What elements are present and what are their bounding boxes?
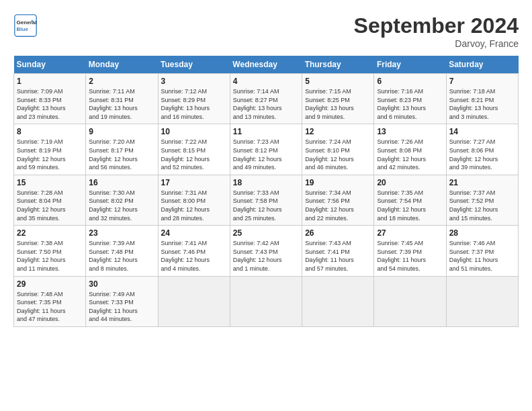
day-cell-18: 18 Sunrise: 7:33 AMSunset: 7:58 PMDaylig…	[230, 175, 302, 225]
day-cell-21: 21 Sunrise: 7:37 AMSunset: 7:52 PMDaylig…	[446, 175, 518, 225]
logo: General Blue	[13, 13, 38, 38]
day-cell-10: 10 Sunrise: 7:22 AMSunset: 8:15 PMDaylig…	[158, 124, 230, 175]
page-header: General Blue September 2024 Darvoy, Fran…	[13, 13, 519, 49]
header-friday: Friday	[374, 56, 446, 74]
calendar-row-4: 22 Sunrise: 7:38 AMSunset: 7:50 PMDaylig…	[14, 226, 519, 276]
day-cell-25: 25 Sunrise: 7:42 AMSunset: 7:43 PMDaylig…	[230, 226, 302, 276]
day-cell-28: 28 Sunrise: 7:46 AMSunset: 7:37 PMDaylig…	[446, 226, 518, 276]
calendar-row-1: 1 Sunrise: 7:09 AMSunset: 8:33 PMDayligh…	[14, 74, 519, 124]
day-cell-17: 17 Sunrise: 7:31 AMSunset: 8:00 PMDaylig…	[158, 175, 230, 225]
day-cell-19: 19 Sunrise: 7:34 AMSunset: 7:56 PMDaylig…	[302, 175, 374, 225]
header-thursday: Thursday	[302, 56, 374, 74]
day-cell-11: 11 Sunrise: 7:23 AMSunset: 8:12 PMDaylig…	[230, 124, 302, 175]
day-cell-16: 16 Sunrise: 7:30 AMSunset: 8:02 PMDaylig…	[86, 175, 158, 225]
day-cell-8: 8 Sunrise: 7:19 AMSunset: 8:19 PMDayligh…	[14, 124, 86, 175]
logo-icon: General Blue	[13, 13, 38, 38]
calendar-row-3: 15 Sunrise: 7:28 AMSunset: 8:04 PMDaylig…	[14, 175, 519, 225]
day-cell-24: 24 Sunrise: 7:41 AMSunset: 7:46 PMDaylig…	[158, 226, 230, 276]
header-wednesday: Wednesday	[230, 56, 302, 74]
header-monday: Monday	[86, 56, 158, 74]
header-tuesday: Tuesday	[158, 56, 230, 74]
svg-text:General: General	[17, 19, 37, 26]
day-cell-23: 23 Sunrise: 7:39 AMSunset: 7:48 PMDaylig…	[86, 226, 158, 276]
day-cell-6: 6 Sunrise: 7:16 AMSunset: 8:23 PMDayligh…	[374, 74, 446, 124]
day-cell-5: 5 Sunrise: 7:15 AMSunset: 8:25 PMDayligh…	[302, 74, 374, 124]
weekday-header-row: Sunday Monday Tuesday Wednesday Thursday…	[14, 56, 519, 74]
day-cell-29: 29 Sunrise: 7:48 AMSunset: 7:35 PMDaylig…	[14, 276, 86, 326]
title-block: September 2024 Darvoy, France	[354, 13, 519, 49]
empty-cell-4	[374, 276, 446, 326]
calendar-table: Sunday Monday Tuesday Wednesday Thursday…	[13, 56, 519, 327]
day-cell-2: 2 Sunrise: 7:11 AMSunset: 8:31 PMDayligh…	[86, 74, 158, 124]
day-cell-4: 4 Sunrise: 7:14 AMSunset: 8:27 PMDayligh…	[230, 74, 302, 124]
calendar-row-2: 8 Sunrise: 7:19 AMSunset: 8:19 PMDayligh…	[14, 124, 519, 175]
day-cell-15: 15 Sunrise: 7:28 AMSunset: 8:04 PMDaylig…	[14, 175, 86, 225]
day-cell-26: 26 Sunrise: 7:43 AMSunset: 7:41 PMDaylig…	[302, 226, 374, 276]
day-cell-14: 14 Sunrise: 7:27 AMSunset: 8:06 PMDaylig…	[446, 124, 518, 175]
month-title: September 2024	[354, 13, 519, 38]
day-cell-1: 1 Sunrise: 7:09 AMSunset: 8:33 PMDayligh…	[14, 74, 86, 124]
day-cell-30: 30 Sunrise: 7:49 AMSunset: 7:33 PMDaylig…	[86, 276, 158, 326]
empty-cell-5	[446, 276, 518, 326]
day-cell-27: 27 Sunrise: 7:45 AMSunset: 7:39 PMDaylig…	[374, 226, 446, 276]
svg-text:Blue: Blue	[17, 26, 29, 32]
day-cell-7: 7 Sunrise: 7:18 AMSunset: 8:21 PMDayligh…	[446, 74, 518, 124]
empty-cell-1	[158, 276, 230, 326]
day-cell-22: 22 Sunrise: 7:38 AMSunset: 7:50 PMDaylig…	[14, 226, 86, 276]
empty-cell-3	[302, 276, 374, 326]
day-cell-20: 20 Sunrise: 7:35 AMSunset: 7:54 PMDaylig…	[374, 175, 446, 225]
day-cell-3: 3 Sunrise: 7:12 AMSunset: 8:29 PMDayligh…	[158, 74, 230, 124]
header-saturday: Saturday	[446, 56, 518, 74]
day-cell-9: 9 Sunrise: 7:20 AMSunset: 8:17 PMDayligh…	[86, 124, 158, 175]
day-cell-13: 13 Sunrise: 7:26 AMSunset: 8:08 PMDaylig…	[374, 124, 446, 175]
day-cell-12: 12 Sunrise: 7:24 AMSunset: 8:10 PMDaylig…	[302, 124, 374, 175]
header-sunday: Sunday	[14, 56, 86, 74]
location: Darvoy, France	[354, 38, 519, 49]
calendar-row-5: 29 Sunrise: 7:48 AMSunset: 7:35 PMDaylig…	[14, 276, 519, 326]
empty-cell-2	[230, 276, 302, 326]
